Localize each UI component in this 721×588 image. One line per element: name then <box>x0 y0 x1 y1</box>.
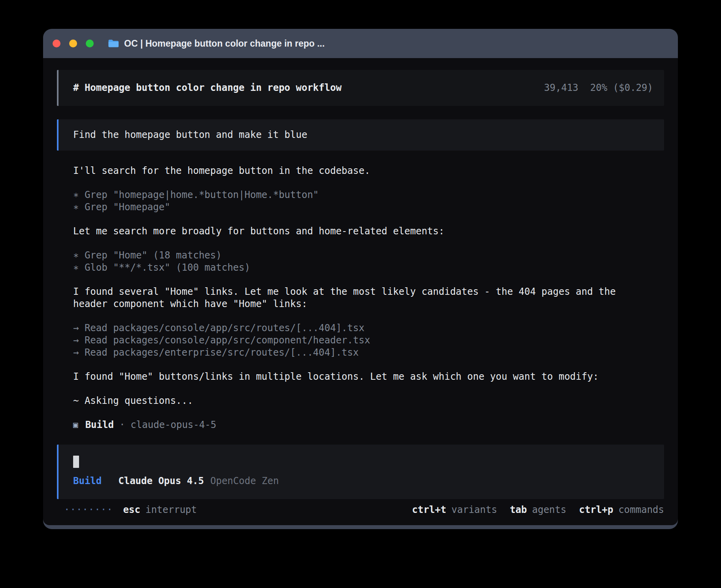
session-header: # Homepage button color change in repo w… <box>57 70 664 106</box>
traffic-lights <box>53 40 94 47</box>
agent-name: Build <box>85 419 114 431</box>
prompt-input[interactable]: Build Claude Opus 4.5 OpenCode Zen <box>57 445 664 499</box>
tool-call-line: ∗ Glob "**/*.tsx" (100 matches) <box>73 262 664 274</box>
esc-key-hint: esc <box>123 504 140 516</box>
zoom-button[interactable] <box>86 40 94 47</box>
shortcut-agents: tab agents <box>510 504 566 516</box>
window-title: OC | Homepage button color change in rep… <box>124 38 325 49</box>
context-usage: 20% ($0.29) <box>590 82 653 94</box>
tool-call-group: ∗ Grep "Home" (18 matches) ∗ Glob "**/*.… <box>73 249 664 274</box>
tool-call-line: ∗ Grep "homepage|home.*button|Home.*butt… <box>73 189 664 201</box>
terminal-content: # Homepage button color change in repo w… <box>43 58 678 525</box>
titlebar: OC | Homepage button color change in rep… <box>43 29 678 58</box>
terminal-window: OC | Homepage button color change in rep… <box>43 29 678 529</box>
tool-call-line: ∗ Grep "Home" (18 matches) <box>73 249 664 262</box>
tool-call-group: → Read packages/console/app/src/routes/[… <box>73 322 664 359</box>
shortcut-key: tab <box>510 504 527 516</box>
shortcut-key: ctrl+t <box>412 504 446 516</box>
token-count: 39,413 <box>544 82 578 94</box>
status-bar: ········ esc interrupt ctrl+t variants t… <box>57 504 664 516</box>
shortcut-commands: ctrl+p commands <box>579 504 664 516</box>
input-mode-badge: Build <box>73 475 102 487</box>
shortcut-variants: ctrl+t variants <box>412 504 497 516</box>
assistant-status-text: ~ Asking questions... <box>73 395 638 407</box>
session-stats: 39,413 20% ($0.29) <box>544 82 653 94</box>
spinner-dots: ········ <box>64 504 113 516</box>
input-model-name: Claude Opus 4.5 <box>118 475 204 487</box>
user-message: Find the homepage button and make it blu… <box>57 119 664 151</box>
session-title: # Homepage button color change in repo w… <box>73 82 342 94</box>
dot-separator: · <box>119 419 125 431</box>
interrupt-label: interrupt <box>145 504 197 516</box>
assistant-text: I found "Home" buttons/links in multiple… <box>73 371 638 383</box>
status-right: ctrl+t variants tab agents ctrl+p comman… <box>412 504 664 516</box>
assistant-text: I found several "Home" links. Let me loo… <box>73 286 638 310</box>
tool-call-line: → Read packages/enterprise/src/routes/[.… <box>73 347 664 359</box>
tool-call-line: ∗ Grep "Homepage" <box>73 201 664 213</box>
assistant-text: Let me search more broadly for buttons a… <box>73 225 638 237</box>
agent-indicator: ▣ Build · claude-opus-4-5 <box>73 419 664 431</box>
input-meta-row: Build Claude Opus 4.5 OpenCode Zen <box>73 475 649 487</box>
close-button[interactable] <box>53 40 60 47</box>
user-message-text: Find the homepage button and make it blu… <box>73 129 307 140</box>
status-left: ········ esc interrupt <box>64 504 197 516</box>
shortcut-key: ctrl+p <box>579 504 613 516</box>
folder-icon <box>108 39 119 48</box>
tool-call-line: → Read packages/console/app/src/componen… <box>73 334 664 347</box>
shortcut-label: agents <box>532 504 566 516</box>
agent-part-icon: ▣ <box>73 419 78 431</box>
shortcut-label: commands <box>618 504 664 516</box>
tool-call-group: ∗ Grep "homepage|home.*button|Home.*butt… <box>73 189 664 213</box>
input-provider-name: OpenCode Zen <box>210 475 279 487</box>
assistant-text: I'll search for the homepage button in t… <box>73 165 638 177</box>
text-cursor <box>73 456 79 468</box>
minimize-button[interactable] <box>69 40 77 47</box>
agent-model: claude-opus-4-5 <box>130 419 216 431</box>
tool-call-line: → Read packages/console/app/src/routes/[… <box>73 322 664 334</box>
shortcut-label: variants <box>451 504 497 516</box>
